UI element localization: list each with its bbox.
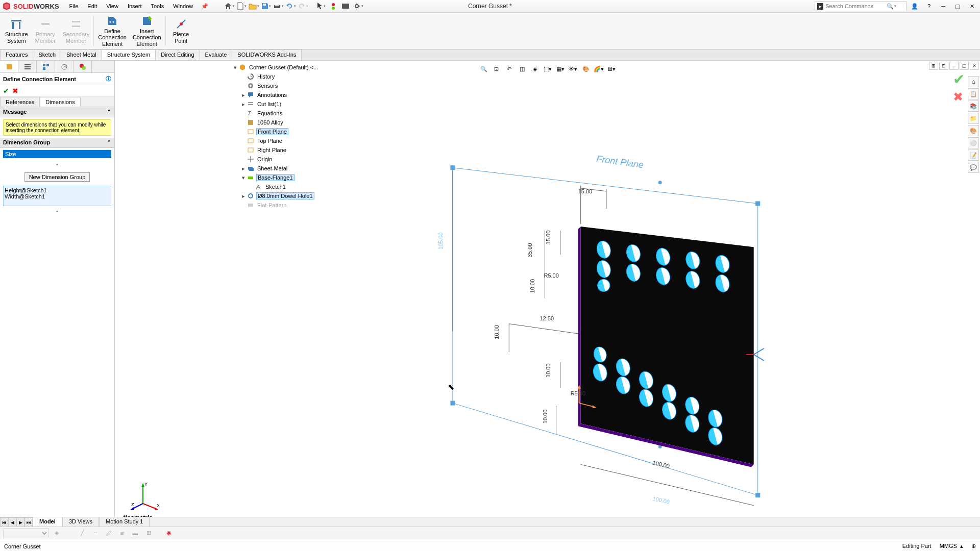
layer-select[interactable]	[3, 528, 49, 538]
status-custom-icon[interactable]: ⊕	[971, 543, 976, 549]
taskpane-resources-icon[interactable]: 📋	[968, 88, 979, 99]
ribbon-structure-system[interactable]: Structure System	[2, 14, 31, 48]
rebuild-icon[interactable]	[328, 1, 339, 12]
layer-icon[interactable]: ◈	[51, 528, 62, 538]
taskpane-appearances-icon[interactable]: ⚪	[968, 137, 979, 148]
subtab-dimensions[interactable]: Dimensions	[40, 97, 80, 107]
tree-item-sketch1[interactable]: Sketch1	[249, 182, 355, 191]
tab-nav-first[interactable]: ⏮	[0, 517, 8, 527]
previous-view-icon[interactable]: ↶	[504, 64, 515, 74]
bottom-tab-3dviews[interactable]: 3D Views	[62, 517, 99, 527]
maximize-button[interactable]: ▢	[951, 1, 964, 11]
settings-icon[interactable]: ▾	[352, 1, 363, 12]
dynamic-view-icon[interactable]: ◈	[529, 64, 541, 74]
search-icon[interactable]: 🔍	[887, 3, 894, 10]
open-icon[interactable]: ▾	[248, 1, 259, 12]
pm-tab-feature[interactable]	[0, 61, 18, 72]
tree-item-history[interactable]: History	[240, 72, 355, 81]
taskpane-custom-props-icon[interactable]: 📝	[968, 149, 979, 161]
taskpane-forum-icon[interactable]: 💬	[968, 162, 979, 173]
tab-nav-last[interactable]: ⏭	[24, 517, 33, 527]
tree-root[interactable]: ▾ Corner Gusset (Default) <...	[232, 63, 355, 72]
display-style-icon[interactable]: ▦▾	[555, 64, 566, 74]
line-format-icon[interactable]: ╱	[77, 528, 88, 538]
pm-help-icon[interactable]: ⓘ	[106, 75, 111, 83]
status-units[interactable]: MMGS ▴	[940, 543, 963, 549]
edit-appearance-icon[interactable]: 🎨	[580, 64, 592, 74]
tab-features[interactable]: Features	[0, 49, 33, 60]
graphics-cancel-button[interactable]: ✖	[953, 90, 965, 104]
line-style-icon[interactable]: ╌	[90, 528, 101, 538]
tab-sketch[interactable]: Sketch	[33, 49, 61, 60]
tab-evaluate[interactable]: Evaluate	[200, 49, 233, 60]
tree-item-equations[interactable]: ΣEquations	[240, 109, 355, 118]
minimize-button[interactable]: ─	[937, 1, 949, 11]
tab-addins[interactable]: SOLIDWORKS Add-Ins	[232, 49, 302, 60]
tree-item-origin[interactable]: Origin	[240, 155, 355, 164]
bottom-tab-model[interactable]: Model	[33, 517, 62, 527]
tree-item-sensors[interactable]: Sensors	[240, 81, 355, 90]
menu-tools[interactable]: Tools	[146, 2, 168, 11]
tab-nav-prev[interactable]: ◀	[8, 517, 16, 527]
pm-tab-config[interactable]	[37, 61, 55, 72]
dimension-item[interactable]: Width@Sketch1	[5, 193, 110, 199]
subtab-references[interactable]: References	[0, 97, 40, 107]
dimension-group-name-input[interactable]	[3, 150, 111, 158]
zoom-area-icon[interactable]: ⊡	[491, 64, 502, 74]
pm-tab-dim[interactable]	[55, 61, 74, 72]
hide-show-icon[interactable]: 👁▾	[568, 64, 579, 74]
tree-item-base-flange1[interactable]: ▾Base-Flange1	[240, 173, 355, 182]
tree-item-flat-pattern[interactable]: Flat-Pattern	[240, 201, 355, 210]
tab-nav-next[interactable]: ▶	[16, 517, 24, 527]
view-settings-icon[interactable]: 🖥▾	[606, 64, 617, 74]
print-icon[interactable]: ▾	[273, 1, 284, 12]
pm-tab-property[interactable]	[18, 61, 37, 72]
new-icon[interactable]: ▾	[236, 1, 247, 12]
tab-direct-editing[interactable]: Direct Editing	[155, 49, 200, 60]
menu-insert[interactable]: Insert	[124, 2, 146, 11]
pm-ok-button[interactable]: ✔	[3, 87, 9, 95]
options-icon[interactable]	[340, 1, 351, 12]
ribbon-insert-connection[interactable]: Insert Connection Element	[130, 14, 164, 48]
menu-edit[interactable]: Edit	[83, 2, 101, 11]
redo-icon[interactable]: ▾	[297, 1, 308, 12]
graphics-area[interactable]: ▾ Corner Gusset (Default) <... HistorySe…	[115, 61, 980, 536]
ribbon-pierce-point[interactable]: Pierce Point	[167, 14, 195, 48]
tree-item-annotations[interactable]: ▸Annotations	[240, 90, 355, 99]
undo-icon[interactable]: ▾	[285, 1, 296, 12]
pm-cancel-button[interactable]: ✖	[12, 87, 18, 95]
apply-scene-icon[interactable]: 🌈▾	[593, 64, 604, 74]
menu-view[interactable]: View	[102, 2, 122, 11]
section-dimension-group[interactable]: Dimension Group⌃	[0, 138, 114, 148]
select-icon[interactable]: ▾	[315, 1, 327, 12]
tree-item-right-plane[interactable]: Right Plane	[240, 145, 355, 155]
view-orientation-icon[interactable]: ⬚▾	[542, 64, 553, 74]
tree-item-cut-list-1-[interactable]: ▸Cut list(1)	[240, 99, 355, 109]
user-icon[interactable]: 👤	[909, 1, 921, 11]
zoom-fit-icon[interactable]: 🔍	[478, 64, 489, 74]
line-color-icon[interactable]: 🖊	[103, 528, 114, 538]
help-icon[interactable]: ?	[923, 1, 935, 11]
search-input[interactable]	[825, 3, 887, 9]
doc-collapse-button[interactable]: ⊟	[939, 62, 948, 70]
taskpane-file-explorer-icon[interactable]: 📁	[968, 113, 979, 124]
new-dimension-group-button[interactable]: New Dimension Group	[24, 172, 90, 182]
dimension-item[interactable]: Height@Sketch1	[5, 187, 110, 193]
tree-item-front-plane[interactable]: Front Plane	[240, 127, 355, 136]
doc-expand-button[interactable]: ⊞	[929, 62, 938, 70]
section-message[interactable]: Message⌃	[0, 107, 114, 117]
graphics-ok-button[interactable]: ✔	[953, 71, 965, 88]
doc-minimize-button[interactable]: ─	[949, 62, 959, 70]
tab-structure-system[interactable]: Structure System	[102, 49, 156, 60]
taskpane-home-icon[interactable]: ⌂	[968, 76, 979, 87]
tree-item-top-plane[interactable]: Top Plane	[240, 136, 355, 145]
ribbon-define-connection[interactable]: Define Connection Element	[95, 14, 130, 48]
pm-tab-appearance[interactable]	[74, 61, 92, 72]
dimension-list[interactable]: Height@Sketch1 Width@Sketch1	[3, 186, 111, 206]
taskpane-view-palette-icon[interactable]: 🎨	[968, 125, 979, 136]
menu-pin-icon[interactable]: 📌	[201, 3, 208, 10]
tree-item--8-0mm-dowel-hole1[interactable]: ▸Ø8.0mm Dowel Hole1	[240, 191, 355, 201]
close-button[interactable]: ✕	[966, 1, 978, 11]
menu-window[interactable]: Window	[169, 2, 197, 11]
save-icon[interactable]: ▾	[260, 1, 272, 12]
